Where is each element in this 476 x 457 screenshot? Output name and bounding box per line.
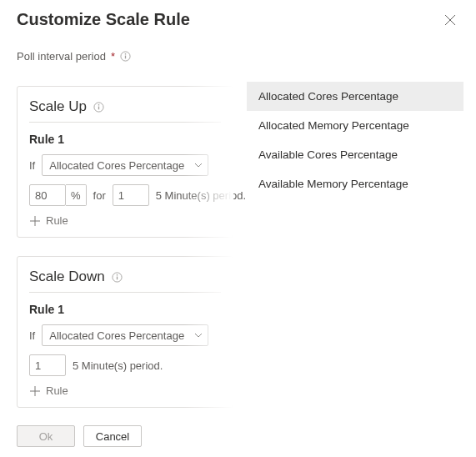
scale-up-title: Scale Up bbox=[29, 98, 87, 115]
dropdown-option-allocated-cores[interactable]: Allocated Cores Percentage bbox=[247, 82, 463, 111]
plus-icon bbox=[29, 385, 41, 397]
percent-unit: % bbox=[66, 184, 87, 206]
scale-up-rule-label: Rule 1 bbox=[29, 133, 221, 146]
for-label: for bbox=[93, 189, 106, 202]
info-icon[interactable] bbox=[93, 102, 104, 113]
dialog-title: Customize Scale Rule bbox=[17, 10, 190, 29]
if-label: If bbox=[29, 159, 35, 172]
select-value: Allocated Cores Percentage bbox=[49, 159, 184, 172]
svg-rect-2 bbox=[125, 56, 126, 59]
scale-down-rule-label: Rule 1 bbox=[29, 303, 221, 316]
scale-down-duration-input[interactable] bbox=[29, 354, 66, 376]
dropdown-option-available-cores[interactable]: Available Cores Percentage bbox=[247, 140, 463, 169]
add-rule-label: Rule bbox=[46, 384, 68, 397]
plus-icon bbox=[29, 215, 41, 227]
svg-rect-8 bbox=[117, 276, 118, 279]
close-icon bbox=[444, 14, 456, 26]
scale-up-threshold-input[interactable] bbox=[29, 184, 66, 206]
svg-point-4 bbox=[98, 103, 100, 105]
dropdown-option-available-memory[interactable]: Available Memory Percentage bbox=[247, 169, 463, 198]
poll-interval-label: Poll interval period bbox=[17, 50, 106, 63]
info-icon[interactable] bbox=[112, 272, 123, 283]
info-icon[interactable] bbox=[120, 51, 131, 62]
poll-interval-row: Poll interval period * bbox=[17, 50, 233, 63]
required-mark: * bbox=[111, 50, 115, 63]
metric-dropdown-list: Allocated Cores Percentage Allocated Mem… bbox=[247, 82, 463, 198]
chevron-down-icon bbox=[194, 161, 203, 169]
scale-down-title: Scale Down bbox=[29, 269, 105, 285]
scale-up-section: Scale Up Rule 1 If Allocated Cores Perce… bbox=[17, 86, 233, 238]
scale-down-section: Scale Down Rule 1 If Allocated Cores Per… bbox=[17, 256, 233, 408]
scale-down-metric-select[interactable]: Allocated Cores Percentage bbox=[42, 324, 208, 346]
period-suffix: 5 Minute(s) period. bbox=[73, 359, 163, 372]
svg-point-1 bbox=[125, 53, 127, 55]
add-rule-label: Rule bbox=[46, 214, 68, 227]
add-scale-up-rule-button[interactable]: Rule bbox=[29, 214, 221, 227]
cancel-button[interactable]: Cancel bbox=[83, 425, 142, 447]
scale-up-metric-select[interactable]: Allocated Cores Percentage bbox=[42, 154, 208, 176]
if-label: If bbox=[29, 329, 35, 342]
scale-up-duration-input[interactable] bbox=[113, 184, 149, 206]
add-scale-down-rule-button[interactable]: Rule bbox=[29, 384, 221, 397]
period-suffix: 5 Minute(s) period. bbox=[156, 189, 246, 202]
svg-rect-5 bbox=[98, 106, 99, 109]
close-button[interactable] bbox=[441, 11, 459, 29]
svg-point-7 bbox=[116, 274, 118, 275]
chevron-down-icon bbox=[194, 331, 203, 339]
dropdown-option-allocated-memory[interactable]: Allocated Memory Percentage bbox=[247, 111, 463, 140]
select-value: Allocated Cores Percentage bbox=[49, 329, 184, 342]
ok-button[interactable]: Ok bbox=[17, 425, 75, 447]
